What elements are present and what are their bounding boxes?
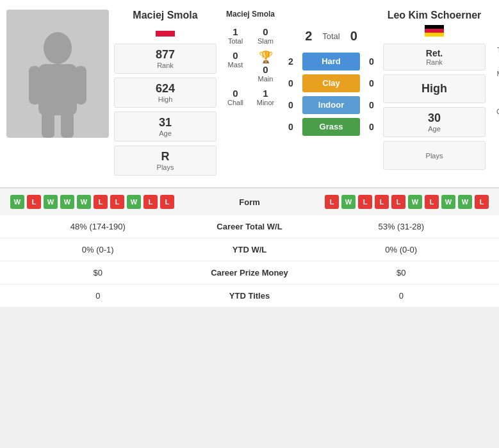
left-slam-val: 0 (263, 26, 268, 37)
hard-button[interactable]: Hard (302, 53, 360, 71)
indoor-right-score: 0 (365, 100, 378, 110)
form-left-badge-4: W (77, 195, 91, 209)
indoor-button[interactable]: Indoor (302, 96, 360, 114)
ytd-titles-label: YTD Titles (186, 291, 314, 301)
ytd-wl-row: 0% (0-1) YTD W/L 0% (0-0) (0, 238, 499, 261)
left-minor-lbl: Minor (257, 99, 275, 106)
left-total-cell: 1 Total (222, 25, 249, 46)
prize-right: $0 (314, 268, 489, 278)
right-player-name: Leo Kim Schoerner (388, 10, 482, 21)
left-high-label: High (158, 95, 173, 103)
form-left-badge-0: W (10, 195, 24, 209)
clay-button[interactable]: Clay (302, 74, 360, 92)
svg-rect-2 (29, 66, 40, 104)
form-right-badge-0: L (325, 195, 339, 209)
form-left-badge-3: W (60, 195, 74, 209)
svg-rect-4 (42, 112, 54, 138)
left-mast-val: 0 (233, 50, 238, 61)
svg-rect-7 (156, 31, 175, 37)
left-plays-label: Plays (157, 163, 174, 171)
prize-left: $0 (10, 268, 186, 278)
career-wl-label: Career Total W/L (186, 222, 314, 231)
indoor-left-score: 0 (284, 100, 297, 110)
left-player-info: Maciej Smola 877 Rank 624 High 31 Age R … (114, 10, 217, 178)
right-plays-label: Plays (426, 152, 443, 160)
left-minor-val: 1 (263, 88, 268, 99)
svg-rect-8 (425, 25, 444, 29)
grass-button[interactable]: Grass (302, 118, 360, 136)
hard-row: 2 Hard 0 (284, 53, 378, 71)
form-right-badge-1: W (341, 195, 356, 209)
left-rank-block: 877 Rank (114, 44, 217, 74)
form-right-badge-8: W (458, 195, 472, 209)
form-left-badge-6: L (110, 195, 124, 209)
left-age-block: 31 Age (114, 112, 217, 142)
ret-rank-block: Ret. Rank (383, 44, 486, 71)
hard-left-score: 2 (284, 56, 297, 67)
right-age-label: Age (428, 125, 441, 133)
left-high-block: 624 High (114, 78, 217, 108)
grass-row: 0 Grass 0 (284, 118, 378, 136)
form-right-badge-9: L (475, 195, 489, 209)
left-mast-lbl: Mast (228, 61, 243, 69)
ytd-wl-left: 0% (0-1) (10, 245, 186, 254)
form-right-badge-2: L (358, 195, 372, 209)
clay-row: 0 Clay 0 (284, 74, 378, 92)
indoor-row: 0 Indoor 0 (284, 96, 378, 114)
left-player-name: Maciej Smola (133, 10, 197, 21)
career-wl-row: 48% (174-190) Career Total W/L 53% (31-2… (0, 215, 499, 238)
left-total-val: 1 (233, 26, 238, 37)
left-player-flag (156, 25, 175, 37)
left-high-value: 624 (156, 82, 175, 95)
grass-left-score: 0 (284, 122, 297, 132)
form-right-badge-4: L (391, 195, 405, 209)
right-plays-block: Plays (383, 141, 486, 170)
total-label: Total (322, 31, 339, 41)
ytd-titles-left: 0 (10, 291, 186, 301)
left-age-value: 31 (159, 116, 172, 129)
career-wl-left: 48% (174-190) (10, 222, 186, 231)
ret-label: Ret. (390, 48, 479, 58)
left-main-val: 0 (263, 64, 268, 75)
left-trophy-icon: 🏆 (259, 50, 273, 64)
total-right-score: 0 (350, 29, 357, 44)
prize-row: $0 Career Prize Money $0 (0, 261, 499, 285)
form-left-badge-9: L (160, 195, 174, 209)
form-left-badge-5: L (94, 195, 108, 209)
clay-left-score: 0 (284, 78, 297, 88)
total-left-score: 2 (305, 29, 312, 44)
left-plays-block: R Plays (114, 145, 217, 176)
left-player-photo (6, 10, 109, 138)
left-chall-lbl: Chall (227, 99, 243, 106)
ret-rank-label: Rank (390, 58, 479, 66)
right-player-flag (425, 25, 444, 37)
left-slam-cell: 0 Slam (252, 25, 279, 46)
svg-rect-6 (156, 25, 175, 31)
left-main-lbl: Main (258, 75, 274, 83)
right-total-cell: 0 Total (491, 34, 499, 55)
left-chall-cell: 0 Chall (222, 87, 249, 108)
left-name-below: Maciej Smola (226, 10, 275, 19)
right-player-info-stats: Leo Kim Schoerner Ret. Rank High 30 Age … (383, 10, 486, 172)
right-age-block: 30 Age (383, 107, 486, 137)
form-left-badge-2: W (44, 195, 58, 209)
left-rank-label: Rank (157, 62, 174, 69)
clay-right-score: 0 (365, 78, 378, 88)
ytd-titles-row: 0 YTD Titles 0 (0, 285, 499, 308)
ytd-wl-right: 0% (0-0) (314, 245, 489, 254)
svg-point-0 (44, 32, 72, 64)
hard-right-score: 0 (365, 56, 378, 67)
form-right: LWLLLWLWWL (281, 195, 489, 209)
svg-rect-10 (425, 33, 444, 37)
form-right-badge-6: L (425, 195, 439, 209)
svg-rect-3 (75, 66, 86, 104)
left-age-label: Age (159, 129, 172, 137)
form-left-badge-8: L (143, 195, 158, 209)
surface-column: 2 Total 0 2 Hard 0 0 Clay 0 0 Indoor 0 0… (284, 10, 378, 136)
right-age-value: 30 (428, 112, 441, 125)
left-minor-cell: 1 Minor (252, 87, 279, 108)
right-high-value: High (421, 82, 447, 95)
right-chall-lbl: Chall (496, 108, 499, 115)
left-stats-grid: 1 Total 0 Slam 0 Mast 🏆 0 Main 0 Chall 1 (222, 25, 279, 108)
left-rank-value: 877 (156, 48, 175, 62)
